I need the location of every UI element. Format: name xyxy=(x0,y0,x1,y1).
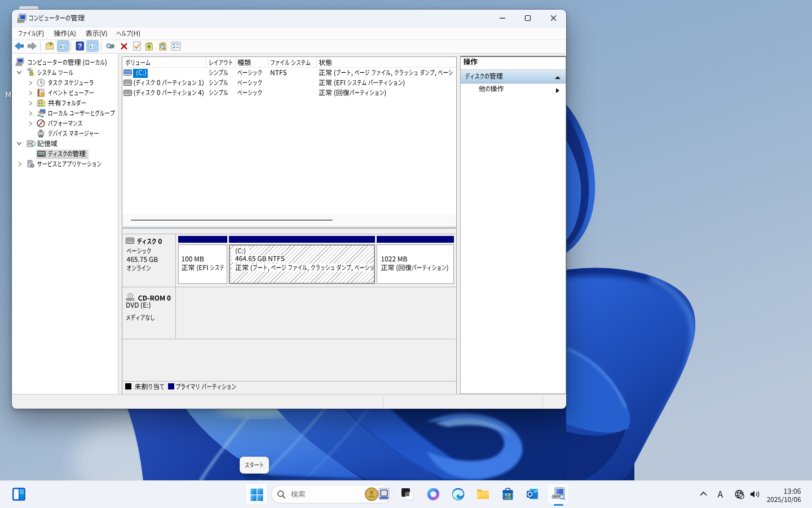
svg-text:?: ? xyxy=(78,42,82,50)
